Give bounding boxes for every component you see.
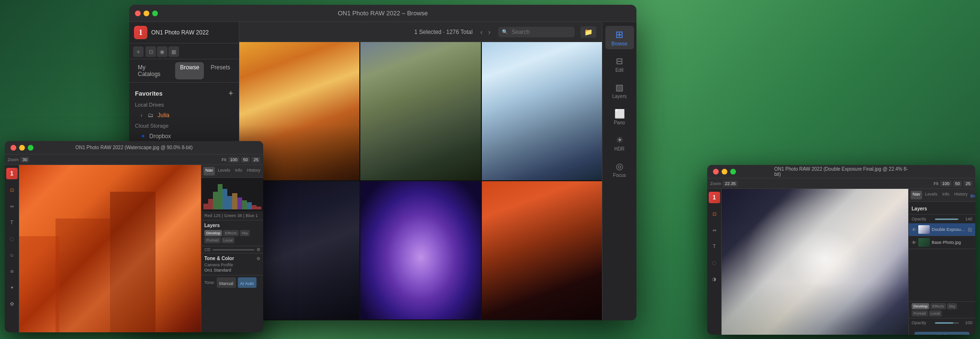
tab-browse[interactable]: Browse — [175, 62, 204, 79]
photo-cell-6[interactable] — [482, 181, 602, 319]
browse-label: Browse — [612, 41, 627, 46]
right-zoom-50[interactable]: 50 — [953, 181, 962, 186]
opacity-value-2: 100 — [961, 320, 972, 325]
photo-cell-3[interactable] — [482, 42, 602, 180]
search-input[interactable] — [498, 27, 575, 37]
folder-button[interactable]: 📁 — [580, 26, 596, 38]
right-tool-local[interactable]: ◌ — [709, 257, 720, 268]
favorites-add-button[interactable]: + — [229, 89, 233, 97]
ai-auto-btn[interactable]: AI Auto — [238, 277, 256, 288]
opacity-slider[interactable] — [935, 219, 959, 220]
close-button[interactable] — [135, 11, 141, 16]
tab-presets[interactable]: Presets — [206, 62, 235, 79]
tab-my-catalogs[interactable]: My Catalogs — [133, 62, 173, 79]
sidebar-item-julia[interactable]: › 🗂 Julia — [129, 109, 239, 121]
right-sub-sky[interactable]: Sky — [947, 303, 957, 309]
right-panel-tab-levels[interactable]: Levels — [923, 191, 939, 199]
right-maximize-button[interactable] — [730, 169, 736, 175]
dropbox-label: Dropbox — [149, 133, 171, 140]
layer-name-2: Base Photo.jpg — [932, 240, 972, 245]
sub-tab-portrait[interactable]: Portrait — [204, 237, 221, 243]
right-photo-content — [722, 189, 908, 335]
opacity-slider-2[interactable] — [935, 322, 959, 324]
prev-arrow[interactable]: ‹ — [479, 27, 485, 37]
sub-tab-effects[interactable]: Effects — [223, 230, 238, 236]
right-panel-layers[interactable]: ▨ Layers — [605, 79, 634, 102]
right-panel-tab-nav[interactable]: Nav — [911, 191, 922, 199]
zoom-50[interactable]: 50 — [241, 157, 250, 163]
right-sub-local[interactable]: Local — [929, 310, 942, 317]
right-panel-edit[interactable]: ⊟ Edit — [605, 53, 634, 76]
opacity-label-2: Opacity — [912, 320, 933, 325]
right-panel-tab-info[interactable]: Info — [940, 191, 951, 199]
right-zoom-25[interactable]: 25 — [964, 181, 972, 186]
right-minimize-button[interactable] — [722, 169, 727, 175]
right-panel-focus[interactable]: ◎ Focus — [605, 158, 634, 181]
sub-tab-sky[interactable]: Sky — [240, 230, 250, 236]
tool-transform[interactable]: ⇔ — [6, 200, 18, 212]
monitor-button[interactable]: ⊡ — [145, 46, 156, 57]
layer-vis-icon-1[interactable]: 👁 — [912, 227, 916, 232]
card-button[interactable]: ▦ — [168, 46, 179, 57]
cd-slider[interactable] — [212, 249, 255, 251]
right-panel-tab-history[interactable]: History — [952, 191, 969, 199]
right-panel-pano[interactable]: ⬜ Pano — [605, 106, 634, 128]
sidebar-item-dropbox[interactable]: ✦ Dropbox — [129, 131, 239, 142]
tool-mix[interactable]: ≋ — [6, 265, 18, 277]
panel-tab-nav[interactable]: Nav — [203, 167, 215, 175]
right-tool-mask[interactable]: ◑ — [709, 273, 720, 284]
right-sub-portrait[interactable]: Portrait — [912, 310, 928, 317]
right-browse-btn[interactable]: Browse — [970, 191, 975, 199]
add-filter-button[interactable]: Add Filter — [914, 332, 969, 335]
photo-cell-2[interactable] — [360, 42, 480, 180]
layer-item-1[interactable]: 👁 Double Exposure.jpg ⛓ — [909, 223, 975, 236]
right-opacity-row-2: Opacity 100 — [909, 318, 975, 327]
panel-tab-info[interactable]: Info — [233, 167, 244, 175]
left-adjustments-panel: Nav Levels Info History Browse — [201, 165, 263, 332]
tool-faces[interactable]: ☺ — [6, 249, 18, 261]
left-maximize-button[interactable] — [28, 145, 33, 151]
tool-view[interactable]: ⊕ — [6, 328, 18, 332]
right-sub-develop[interactable]: Develop — [912, 303, 929, 309]
minimize-button[interactable] — [144, 11, 149, 16]
right-panel-browse[interactable]: ⊞ Browse — [605, 26, 634, 49]
right-panel-hdr[interactable]: ☀ HDR — [605, 132, 634, 154]
manual-btn[interactable]: Manual — [217, 277, 236, 288]
add-button[interactable]: + — [133, 46, 144, 57]
layer-vis-icon-2[interactable]: 👁 — [912, 240, 916, 245]
tool-refine[interactable]: ✦ — [6, 282, 18, 293]
left-photo-content — [19, 165, 201, 332]
left-close-button[interactable] — [11, 145, 16, 151]
zoom-value[interactable]: 30 — [21, 157, 29, 163]
expand-icon[interactable]: ⚙ — [256, 256, 260, 261]
left-photo-area[interactable] — [19, 165, 201, 332]
right-tool-crop[interactable]: ⊡ — [709, 208, 720, 219]
panel-tab-history[interactable]: History — [245, 167, 262, 175]
right-tool-transform[interactable]: ⇔ — [709, 224, 720, 236]
maximize-button[interactable] — [152, 11, 158, 16]
next-arrow[interactable]: › — [486, 27, 492, 37]
photo-cell-5[interactable] — [360, 181, 480, 319]
layer-item-2[interactable]: 👁 Base Photo.jpg — [909, 236, 975, 249]
tool-local[interactable]: ◌ — [6, 233, 18, 244]
right-tool-text[interactable]: T — [709, 241, 720, 252]
sub-tab-local[interactable]: Local — [222, 237, 234, 243]
tool-text[interactable]: T — [6, 217, 18, 228]
left-minimize-button[interactable] — [19, 145, 25, 151]
fit-label[interactable]: Fit — [222, 157, 226, 162]
right-zoom-100[interactable]: 100 — [940, 181, 951, 186]
tone-label: Tone: — [204, 280, 215, 285]
sub-tab-develop[interactable]: Develop — [204, 230, 222, 236]
panel-tab-levels[interactable]: Levels — [216, 167, 232, 175]
right-close-button[interactable] — [713, 169, 719, 175]
right-panel-tabs: Nav Levels Info History Browse — [909, 189, 975, 202]
camera-button[interactable]: ◉ — [157, 46, 167, 57]
tool-retouch[interactable]: ✿ — [6, 298, 18, 309]
zoom-25[interactable]: 25 — [252, 157, 260, 163]
right-fit-label[interactable]: Fit — [934, 181, 938, 186]
tool-crop[interactable]: ⊡ — [6, 184, 18, 196]
right-photo-area[interactable] — [722, 189, 908, 335]
right-zoom-value[interactable]: 22.35 — [723, 181, 738, 186]
right-sub-effects[interactable]: Effects — [930, 303, 946, 309]
zoom-100[interactable]: 100 — [228, 157, 239, 163]
